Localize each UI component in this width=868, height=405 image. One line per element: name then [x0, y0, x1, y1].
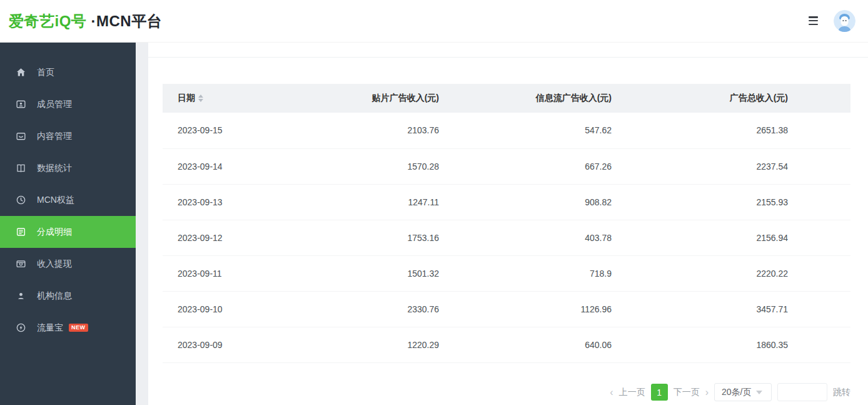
cell-date: 2023-09-12	[163, 220, 288, 255]
cell-value: 2103.76	[288, 113, 439, 148]
cell-value: 640.06	[439, 327, 612, 362]
sidebar-item-label: 分成明细	[37, 227, 72, 238]
sidebar-item-label: MCN权益	[37, 195, 74, 206]
cell-value: 2155.93	[612, 184, 850, 220]
table-row: 2023-09-152103.76547.622651.38	[163, 113, 850, 148]
detail-icon	[16, 227, 26, 237]
sidebar-item-label: 内容管理	[37, 131, 72, 142]
revenue-table-wrap: 日期 贴片广告收入(元) 信息流广告收入(元) 广告总收入(元) 2023-09…	[163, 84, 850, 363]
revenue-table: 日期 贴片广告收入(元) 信息流广告收入(元) 广告总收入(元) 2023-09…	[163, 84, 850, 363]
cell-date: 2023-09-09	[163, 327, 288, 362]
cell-value: 1860.35	[612, 327, 850, 362]
sidebar-item-content[interactable]: 内容管理	[0, 120, 136, 152]
table-row: 2023-09-131247.11908.822155.93	[163, 184, 850, 220]
cell-date: 2023-09-10	[163, 291, 288, 327]
sidebar-item-label: 机构信息	[37, 290, 72, 302]
pagination: ‹ 上一页 1 下一页 › 20条/页 跳转	[610, 383, 850, 401]
table-row: 2023-09-102330.761126.963457.71	[163, 291, 850, 327]
sidebar-item-label: 收入提现	[37, 259, 72, 270]
person-icon	[16, 290, 26, 301]
table-row: 2023-09-111501.32718.92220.22	[163, 255, 850, 291]
member-icon	[16, 99, 26, 110]
table-row: 2023-09-121753.16403.782156.94	[163, 220, 850, 255]
sidebar-item-label: 成员管理	[37, 99, 72, 110]
sidebar-item-detail[interactable]: 分成明细	[0, 216, 136, 248]
page-size-value: 20条/页	[722, 387, 751, 398]
cell-value: 1501.32	[288, 255, 439, 291]
table-header-row: 日期 贴片广告收入(元) 信息流广告收入(元) 广告总收入(元)	[163, 84, 850, 113]
content-icon	[16, 131, 26, 141]
cell-value: 3457.71	[612, 291, 850, 327]
cell-value: 667.26	[439, 148, 612, 184]
cell-date: 2023-09-14	[163, 148, 288, 184]
next-arrow-icon[interactable]: ›	[705, 387, 709, 398]
sort-icon[interactable]	[198, 95, 203, 102]
user-avatar[interactable]	[834, 10, 855, 32]
avatar-figure-icon	[834, 10, 855, 32]
app-header: 爱奇艺iQ号 ·MCN平台	[0, 0, 868, 43]
column-header-feed-revenue: 信息流广告收入(元)	[439, 84, 612, 113]
sidebar-item-withdraw[interactable]: 收入提现	[0, 248, 136, 280]
cell-value: 1247.11	[288, 184, 439, 220]
brand-logo-suffix: ·MCN平台	[91, 13, 163, 29]
clock-icon	[16, 195, 26, 205]
column-header-preroll-revenue: 贴片广告收入(元)	[288, 84, 439, 113]
cell-date: 2023-09-11	[163, 255, 288, 291]
chevron-down-icon	[756, 391, 762, 394]
column-header-date: 日期	[163, 84, 288, 113]
home-icon	[16, 67, 26, 78]
cell-value: 2330.76	[288, 291, 439, 327]
table-row: 2023-09-091220.29640.061860.35	[163, 327, 850, 362]
page-number-1[interactable]: 1	[651, 384, 668, 401]
brand-logo-green: 爱奇艺iQ号	[9, 13, 86, 29]
bolt-icon	[16, 322, 26, 333]
new-badge: NEW	[69, 324, 88, 332]
cell-date: 2023-09-13	[163, 184, 288, 220]
cell-value: 1570.28	[288, 148, 439, 184]
prev-page-button[interactable]: 上一页	[619, 387, 645, 398]
sidebar: 首页成员管理内容管理数据统计MCN权益分成明细收入提现机构信息流量宝NEW	[0, 43, 136, 405]
brand-logo: 爱奇艺iQ号 ·MCN平台	[9, 0, 162, 43]
sidebar-item-home[interactable]: 首页	[0, 56, 136, 88]
main-content: 日期 贴片广告收入(元) 信息流广告收入(元) 广告总收入(元) 2023-09…	[148, 43, 868, 405]
sidebar-item-bolt[interactable]: 流量宝NEW	[0, 312, 136, 344]
column-header-date-label: 日期	[178, 93, 195, 104]
cell-value: 547.62	[439, 113, 612, 148]
cell-value: 718.9	[439, 255, 612, 291]
sidebar-item-label: 首页	[37, 67, 54, 78]
cell-value: 2237.54	[612, 148, 850, 184]
sidebar-item-label: 数据统计	[37, 163, 72, 174]
sidebar-item-stats[interactable]: 数据统计	[0, 152, 136, 184]
menu-icon[interactable]	[809, 16, 818, 25]
next-page-button[interactable]: 下一页	[674, 387, 700, 398]
sidebar-item-person[interactable]: 机构信息	[0, 280, 136, 312]
page-size-select[interactable]: 20条/页	[714, 383, 772, 401]
cell-value: 2156.94	[612, 220, 850, 255]
column-header-total-revenue: 广告总收入(元)	[612, 84, 850, 113]
jump-page-input[interactable]	[777, 383, 827, 401]
jump-button[interactable]: 跳转	[833, 387, 850, 398]
prev-arrow-icon[interactable]: ‹	[610, 387, 613, 398]
cell-value: 908.82	[439, 184, 612, 220]
cell-value: 2651.38	[612, 113, 850, 148]
table-row: 2023-09-141570.28667.262237.54	[163, 148, 850, 184]
stats-icon	[16, 163, 26, 173]
cell-value: 1753.16	[288, 220, 439, 255]
content-top-divider	[148, 43, 868, 58]
cell-value: 403.78	[439, 220, 612, 255]
content-gutter	[136, 43, 148, 405]
sidebar-item-clock[interactable]: MCN权益	[0, 184, 136, 216]
cell-date: 2023-09-15	[163, 113, 288, 148]
cell-value: 2220.22	[612, 255, 850, 291]
sidebar-item-label: 流量宝	[37, 322, 63, 334]
cell-value: 1220.29	[288, 327, 439, 362]
sidebar-item-member[interactable]: 成员管理	[0, 88, 136, 120]
sidebar-nav: 首页成员管理内容管理数据统计MCN权益分成明细收入提现机构信息流量宝NEW	[0, 43, 136, 344]
withdraw-icon	[16, 259, 26, 269]
cell-value: 1126.96	[439, 291, 612, 327]
